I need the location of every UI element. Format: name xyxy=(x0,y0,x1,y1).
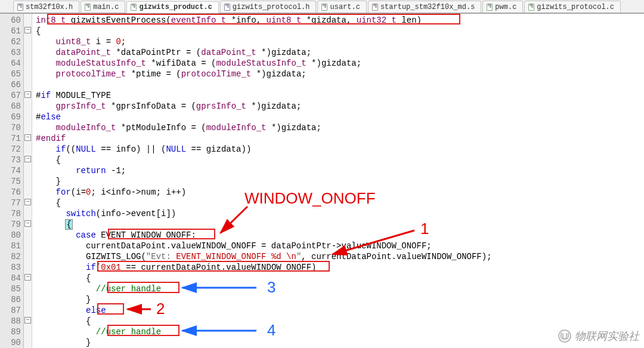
line-number: 81 xyxy=(0,241,21,251)
line-number: 79 xyxy=(0,219,21,230)
fold-column: −−−−−−−− xyxy=(24,14,32,348)
code-line-69[interactable]: #else xyxy=(36,112,644,122)
code-line-90[interactable]: } xyxy=(36,337,644,348)
file-icon xyxy=(131,4,137,11)
code-line-79[interactable]: { xyxy=(36,219,644,230)
file-icon xyxy=(528,4,534,11)
fold-toggle[interactable]: − xyxy=(24,220,31,227)
code-line-83[interactable]: if(0x01 == currentDataPoint.valueWINDOW_… xyxy=(36,262,644,273)
code-area[interactable]: int8_t gizwitsEventProcess(eventInfo_t *… xyxy=(32,14,644,348)
line-number: 77 xyxy=(0,198,21,208)
line-number: 68 xyxy=(0,101,21,112)
tab-label: pwm.c xyxy=(495,3,516,11)
code-line-77[interactable]: { xyxy=(36,198,644,208)
line-number: 70 xyxy=(0,122,21,133)
line-number: 75 xyxy=(0,176,21,187)
line-number: 64 xyxy=(0,58,21,69)
tab-bar: stm32f10x.hmain.cgizwits_product.cgizwit… xyxy=(0,0,644,13)
line-number: 89 xyxy=(0,327,21,337)
code-line-87[interactable]: else xyxy=(36,305,644,316)
line-number: 87 xyxy=(0,305,21,316)
line-number: 76 xyxy=(0,187,21,198)
line-number: 82 xyxy=(0,251,21,262)
code-line-71[interactable]: #endif xyxy=(36,133,644,144)
code-line-65[interactable]: protocolTime_t *ptime = (protocolTime_t … xyxy=(36,69,644,79)
tab-label: gizwits_protocol.h xyxy=(233,3,310,11)
tab-pwm-c[interactable]: pwm.c xyxy=(482,1,523,13)
tab-gizwits-product-c[interactable]: gizwits_product.c xyxy=(126,1,218,13)
file-icon xyxy=(372,4,378,11)
tab-usart-c[interactable]: usart.c xyxy=(317,1,366,13)
code-line-67[interactable]: #if MODULE_TYPE xyxy=(36,90,644,101)
tab-label: gizwits_product.c xyxy=(139,3,212,11)
code-line-73[interactable]: { xyxy=(36,155,644,165)
line-number: 72 xyxy=(0,144,21,155)
code-line-61[interactable]: { xyxy=(36,26,644,36)
code-line-85[interactable]: //user handle xyxy=(36,284,644,294)
file-icon xyxy=(487,4,493,11)
line-number: 85 xyxy=(0,284,21,294)
tab-stm32f10x-h[interactable]: stm32f10x.h xyxy=(13,1,79,13)
fold-toggle[interactable]: − xyxy=(24,91,31,98)
file-icon xyxy=(224,4,230,11)
code-line-70[interactable]: moduleInfo_t *ptModuleInfo = (moduleInfo… xyxy=(36,122,644,133)
line-number: 62 xyxy=(0,36,21,47)
tab-gizwits-protocol-c[interactable]: gizwits_protocol.c xyxy=(524,1,621,13)
line-number: 65 xyxy=(0,69,21,79)
tab-label: gizwits_protocol.c xyxy=(537,3,614,11)
fold-toggle[interactable]: − xyxy=(24,274,31,281)
code-line-66[interactable] xyxy=(36,79,644,90)
code-line-64[interactable]: moduleStatusInfo_t *wifiData = (moduleSt… xyxy=(36,58,644,69)
line-number: 71 xyxy=(0,133,21,144)
code-line-88[interactable]: { xyxy=(36,316,644,327)
line-number: 73 xyxy=(0,155,21,165)
code-line-75[interactable]: } xyxy=(36,176,644,187)
code-line-62[interactable]: uint8_t i = 0; xyxy=(36,36,644,47)
line-number: 61 xyxy=(0,26,21,36)
file-icon xyxy=(85,4,91,11)
line-number-gutter: 6061626364656667686970717273747576777879… xyxy=(0,14,24,348)
fold-toggle[interactable]: − xyxy=(24,156,31,162)
tab-label: usart.c xyxy=(330,3,360,11)
tab-label: stm32f10x.h xyxy=(26,3,73,11)
line-number: 78 xyxy=(0,208,21,219)
file-icon xyxy=(17,4,23,11)
code-line-80[interactable]: case EVENT_WINDOW_ONOFF: xyxy=(36,230,644,241)
line-number: 80 xyxy=(0,230,21,241)
tab-gizwits-protocol-h[interactable]: gizwits_protocol.h xyxy=(220,1,317,13)
line-number: 63 xyxy=(0,47,21,58)
tab-label: startup_stm32f10x_md.s xyxy=(380,3,475,11)
fold-toggle[interactable]: − xyxy=(24,199,31,205)
editor: 6061626364656667686970717273747576777879… xyxy=(0,13,644,348)
fold-toggle[interactable]: − xyxy=(24,317,31,324)
tab-startup-stm32f10x-md-s[interactable]: startup_stm32f10x_md.s xyxy=(368,1,481,13)
line-number: 67 xyxy=(0,90,21,101)
code-line-60[interactable]: int8_t gizwitsEventProcess(eventInfo_t *… xyxy=(36,15,644,26)
tab-label: main.c xyxy=(93,3,119,11)
line-number: 60 xyxy=(0,15,21,26)
line-number: 66 xyxy=(0,79,21,90)
code-line-86[interactable]: } xyxy=(36,294,644,305)
code-line-82[interactable]: GIZWITS_LOG("Evt: EVENT_WINDOW_ONOFF %d … xyxy=(36,251,644,262)
code-line-63[interactable]: dataPoint_t *dataPointPtr = (dataPoint_t… xyxy=(36,47,644,58)
line-number: 90 xyxy=(0,337,21,348)
line-number: 84 xyxy=(0,273,21,284)
fold-toggle[interactable]: − xyxy=(24,134,31,141)
line-number: 74 xyxy=(0,165,21,176)
code-line-76[interactable]: for(i=0; i<info->num; i++) xyxy=(36,187,644,198)
code-line-74[interactable]: return -1; xyxy=(36,165,644,176)
code-line-84[interactable]: { xyxy=(36,273,644,284)
line-number: 83 xyxy=(0,262,21,273)
line-number: 88 xyxy=(0,316,21,327)
code-line-68[interactable]: gprsInfo_t *gprsInfoData = (gprsInfo_t *… xyxy=(36,101,644,112)
line-number: 86 xyxy=(0,294,21,305)
code-line-72[interactable]: if((NULL == info) || (NULL == gizdata)) xyxy=(36,144,644,155)
code-line-78[interactable]: switch(info->event[i]) xyxy=(36,208,644,219)
line-number: 69 xyxy=(0,112,21,122)
code-line-89[interactable]: //user handle xyxy=(36,327,644,337)
fold-toggle[interactable]: − xyxy=(24,27,31,33)
file-icon xyxy=(321,4,327,11)
code-line-81[interactable]: currentDataPoint.valueWINDOW_ONOFF = dat… xyxy=(36,241,644,251)
tab-main-c[interactable]: main.c xyxy=(80,1,125,13)
